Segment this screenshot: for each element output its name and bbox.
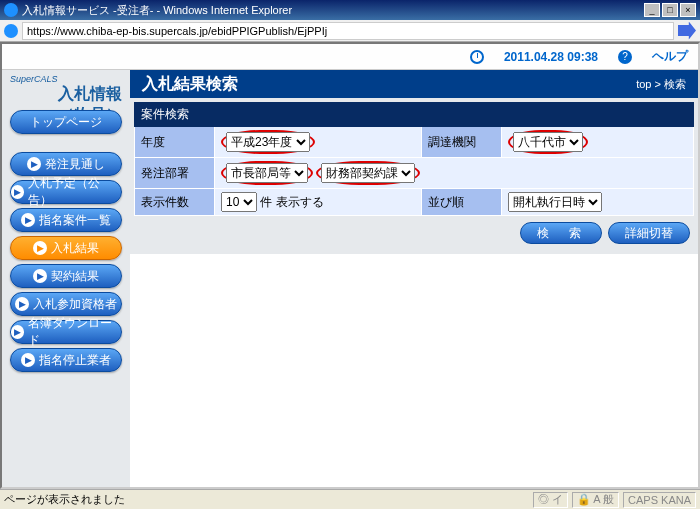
arrow-icon: ▶ (21, 213, 35, 227)
address-bar (0, 20, 700, 42)
search-caption: 案件検索 (135, 103, 694, 127)
help-link[interactable]: ヘルプ (652, 48, 688, 65)
sidebar-item-hatchu[interactable]: ▶発注見通し (10, 152, 122, 176)
count-suffix: 件 表示する (260, 195, 323, 209)
window-titlebar: 入札情報サービス -受注者- - Windows Internet Explor… (0, 0, 700, 20)
page-header: 入札結果検索 top > 検索 (130, 70, 698, 98)
label-kikan: 調達機関 (422, 127, 502, 158)
window-title: 入札情報サービス -受注者- - Windows Internet Explor… (22, 3, 292, 18)
page-title: 入札結果検索 (142, 74, 238, 95)
breadcrumb: top > 検索 (636, 77, 686, 92)
sidebar-item-teishi[interactable]: ▶指名停止業者 (10, 348, 122, 372)
arrow-icon: ▶ (11, 185, 24, 199)
arrow-icon: ▶ (33, 269, 47, 283)
status-pane: ◎ イ (533, 492, 568, 508)
label-busho: 発注部署 (135, 158, 215, 189)
search-table: 案件検索 年度 平成23年度 調達機関 八千代市 発注部署 市長部局等 財務部契… (134, 102, 694, 216)
sidebar-item-kekka[interactable]: ▶入札結果 (10, 236, 122, 260)
sidebar-item-keiyaku[interactable]: ▶契約結果 (10, 264, 122, 288)
arrow-icon: ▶ (11, 325, 24, 339)
arrow-icon: ▶ (27, 157, 41, 171)
status-pane: 🔒 A 般 (572, 492, 619, 508)
sidebar-item-top[interactable]: トップページ (10, 110, 122, 134)
arrow-icon: ▶ (21, 353, 35, 367)
datetime-text: 2011.04.28 09:38 (504, 50, 598, 64)
label-count: 表示件数 (135, 189, 215, 216)
select-busho1[interactable]: 市長部局等 (226, 163, 308, 183)
select-count[interactable]: 10 (221, 192, 257, 212)
select-kikan[interactable]: 八千代市 (513, 132, 583, 152)
lock-icon (4, 24, 18, 38)
logo: SuperCALS 入札情報 （物品） (6, 72, 126, 106)
clock-icon (470, 50, 484, 64)
sidebar: SuperCALS 入札情報 （物品） トップページ ▶発注見通し ▶入札予定（… (2, 70, 130, 487)
url-input[interactable] (22, 22, 674, 40)
arrow-icon: ▶ (33, 241, 47, 255)
go-icon[interactable] (678, 22, 696, 40)
status-ime: CAPS KANA (623, 492, 696, 508)
results-area (130, 254, 698, 487)
label-sort: 並び順 (422, 189, 502, 216)
status-bar: ページが表示されました ◎ イ 🔒 A 般 CAPS KANA (0, 489, 700, 509)
help-icon[interactable]: ? (618, 50, 632, 64)
sidebar-item-shimei[interactable]: ▶指名案件一覧 (10, 208, 122, 232)
maximize-button[interactable]: □ (662, 3, 678, 17)
sidebar-item-sanka[interactable]: ▶入札参加資格者 (10, 292, 122, 316)
select-busho2[interactable]: 財務部契約課 (321, 163, 415, 183)
status-text: ページが表示されました (4, 492, 125, 507)
sidebar-item-yotei[interactable]: ▶入札予定（公告） (10, 180, 122, 204)
search-button[interactable]: 検 索 (520, 222, 602, 244)
select-sort[interactable]: 開札執行日時 (508, 192, 602, 212)
sidebar-item-meibo[interactable]: ▶名簿ダウンロード (10, 320, 122, 344)
close-button[interactable]: × (680, 3, 696, 17)
minimize-button[interactable]: _ (644, 3, 660, 17)
select-nendo[interactable]: 平成23年度 (226, 132, 310, 152)
top-info-bar: 2011.04.28 09:38 ? ヘルプ (2, 44, 698, 70)
ie-icon (4, 3, 18, 17)
arrow-icon: ▶ (15, 297, 29, 311)
label-nendo: 年度 (135, 127, 215, 158)
detail-toggle-button[interactable]: 詳細切替 (608, 222, 690, 244)
